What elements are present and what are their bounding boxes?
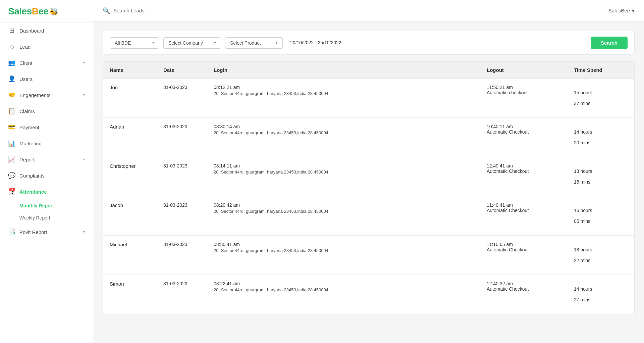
- time-mins: 22 mins: [574, 258, 624, 263]
- sidebar-item-report[interactable]: 📈 Report ▾: [0, 151, 93, 167]
- logout-type: Automatic Checkout: [487, 129, 571, 135]
- cell-logout: 12:40:41 am Automatic Checkout: [487, 163, 574, 174]
- time-mins: 05 mins: [574, 218, 624, 224]
- lead-icon: ◇: [8, 43, 15, 50]
- bde-filter-label: All BDE: [115, 40, 131, 46]
- cell-date: 31-03-2023: [163, 85, 214, 90]
- sidebar-item-monthly-report[interactable]: Monthly Report: [19, 200, 93, 212]
- sidebar-item-engagements-label: Engagements: [19, 92, 51, 98]
- chevron-down-icon: ▾: [83, 230, 85, 234]
- date-range-picker[interactable]: 20/10/2022 - 25/10/2022: [287, 37, 354, 48]
- cell-date: 31-03-2023: [163, 124, 214, 129]
- sidebar-item-lead[interactable]: ◇ Lead: [0, 39, 93, 55]
- table-row: Christopher 31-03-2023 08:14:11 am 20, S…: [103, 157, 634, 196]
- topbar: 🔍 SalesBee ▾: [93, 0, 644, 21]
- time-hours: 18 hours: [574, 247, 624, 252]
- logout-time: 10:40:11 am: [487, 124, 571, 129]
- login-time: 08:12:21 am: [214, 85, 483, 90]
- login-address: 20, Sector 44rd, guurgram, haryana 23453…: [214, 287, 483, 292]
- cell-name: Simon: [110, 281, 163, 287]
- logout-time: 11:40:41 am: [487, 202, 571, 208]
- logout-time: 11:10:65 am: [487, 242, 571, 247]
- search-button[interactable]: Search: [591, 37, 628, 49]
- cell-login: 08:30:14 am 20, Sector 44rd, guurgram, h…: [214, 124, 487, 135]
- product-filter-label: Select Product: [230, 40, 261, 46]
- company-filter-label: Select Company: [168, 40, 203, 46]
- payment-icon: 💳: [8, 124, 15, 131]
- cell-logout: 12:40:32 am Automatic Checkout: [487, 281, 574, 292]
- cell-date: 31-03-2023: [163, 163, 214, 168]
- time-hours: 14 hours: [574, 129, 624, 135]
- time-mins: 20 mins: [574, 140, 624, 145]
- search-wrapper: 🔍: [103, 7, 608, 14]
- header-name: Name: [110, 67, 163, 73]
- sidebar-item-claims[interactable]: 📋 Claims: [0, 103, 93, 119]
- claims-icon: 📋: [8, 107, 15, 115]
- logo-ee: ee: [38, 6, 48, 16]
- povit-report-icon: 📑: [8, 228, 15, 236]
- sidebar-item-weekly-report[interactable]: Weekly Report: [19, 212, 93, 224]
- sidebar: SalesBee🐝 ⊞ Dashboard ◇ Lead 👥 Client ▾ …: [0, 0, 93, 343]
- cell-logout: 10:40:11 am Automatic Checkout: [487, 124, 574, 135]
- logout-time: 12:40:41 am: [487, 163, 571, 168]
- header-login: Login: [214, 67, 487, 73]
- sidebar-item-dashboard[interactable]: ⊞ Dashboard: [0, 22, 93, 39]
- dashboard-icon: ⊞: [8, 27, 15, 34]
- login-time: 08:14:11 am: [214, 163, 483, 168]
- cell-login: 08:12:21 am 20, Sector 44rd, guurgram, h…: [214, 85, 487, 96]
- sidebar-item-payment[interactable]: 💳 Payment: [0, 119, 93, 135]
- table-row: Simon 31-03-2023 08:22:41 am 20, Sector …: [103, 275, 634, 314]
- product-filter[interactable]: Select Product ▾: [225, 37, 283, 49]
- chevron-down-icon: ▾: [83, 93, 85, 97]
- sidebar-item-complaints[interactable]: 💬 Complaints: [0, 167, 93, 184]
- table-body: Jon 31-03-2023 08:12:21 am 20, Sector 44…: [103, 79, 634, 314]
- search-icon: 🔍: [103, 7, 110, 14]
- search-input[interactable]: [113, 8, 214, 13]
- time-hours: 15 hours: [574, 90, 624, 95]
- user-name: SalesBee: [608, 8, 630, 13]
- sidebar-item-engagements[interactable]: 🤝 Engagements ▾: [0, 87, 93, 103]
- time-mins: 27 mins: [574, 297, 624, 302]
- cell-name: Jacob: [110, 202, 163, 208]
- sidebar-item-client[interactable]: 👥 Client ▾: [0, 55, 93, 71]
- time-hours: 16 hours: [574, 208, 624, 213]
- logout-time: 12:40:32 am: [487, 281, 571, 286]
- cell-time-spend: 13 hours 15 mins: [574, 163, 628, 190]
- logo-bee-letter: B: [32, 6, 39, 16]
- cell-login: 08:30:41 am 20, Sector 44rd, guurgram, h…: [214, 242, 487, 253]
- cell-time-spend: 15 hours 37 mins: [574, 85, 628, 111]
- table-row: Michael 31-03-2023 08:30:41 am 20, Secto…: [103, 236, 634, 275]
- chevron-down-icon: ▾: [83, 157, 85, 162]
- main-area: 🔍 SalesBee ▾ All BDE ▾ Select Company ▾ …: [93, 0, 644, 343]
- header-date: Date: [163, 67, 214, 73]
- sidebar-item-report-label: Report: [19, 157, 35, 162]
- bde-filter[interactable]: All BDE ▾: [110, 37, 159, 49]
- sidebar-item-povit-report-label: Povit Report: [19, 229, 47, 235]
- login-time: 08:30:41 am: [214, 242, 483, 247]
- logo-area: SalesBee🐝: [0, 0, 93, 22]
- sidebar-item-payment-label: Payment: [19, 125, 39, 130]
- logout-type: Automatic Checkout: [487, 247, 571, 252]
- sidebar-item-client-label: Client: [19, 60, 32, 66]
- cell-name: Michael: [110, 242, 163, 247]
- sidebar-item-attendance[interactable]: 📅 Attendance: [0, 184, 93, 200]
- logout-time: 11:50:21 am: [487, 85, 571, 90]
- logout-type: Automatic Checkout: [487, 208, 571, 213]
- engagements-icon: 🤝: [8, 91, 15, 99]
- sidebar-item-attendance-label: Attendance: [19, 189, 47, 195]
- user-menu[interactable]: SalesBee ▾: [608, 8, 635, 14]
- cell-time-spend: 14 hours 27 mins: [574, 281, 628, 308]
- sidebar-item-users[interactable]: 👤 Users: [0, 71, 93, 87]
- sidebar-item-povit-report[interactable]: 📑 Povit Report ▾: [0, 224, 93, 240]
- sidebar-item-marketing[interactable]: 📊 Marketing: [0, 135, 93, 151]
- header-logout: Logout: [487, 67, 574, 73]
- table-row: Jon 31-03-2023 08:12:21 am 20, Sector 44…: [103, 79, 634, 118]
- users-icon: 👤: [8, 75, 15, 83]
- time-hours: 13 hours: [574, 168, 624, 174]
- time-mins: 37 mins: [574, 101, 624, 106]
- report-icon: 📈: [8, 156, 15, 163]
- user-menu-chevron: ▾: [632, 8, 635, 14]
- login-time: 08:22:41 am: [214, 281, 483, 286]
- cell-logout: 11:10:65 am Automatic Checkout: [487, 242, 574, 252]
- company-filter[interactable]: Select Company ▾: [163, 37, 221, 49]
